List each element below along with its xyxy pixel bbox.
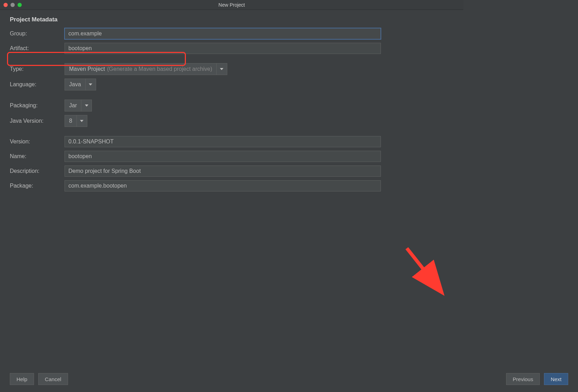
close-window-icon[interactable] bbox=[4, 3, 8, 7]
type-label: Type: bbox=[10, 66, 65, 72]
language-value: Java bbox=[69, 81, 81, 88]
section-heading: Project Metadata bbox=[10, 16, 453, 23]
description-label: Description: bbox=[10, 168, 65, 174]
version-input[interactable] bbox=[65, 136, 381, 147]
group-label: Group: bbox=[10, 31, 65, 37]
name-label: Name: bbox=[10, 153, 65, 160]
packaging-select[interactable]: Jar bbox=[65, 100, 92, 111]
window-title: New Project bbox=[219, 2, 245, 8]
packaging-label: Packaging: bbox=[10, 102, 65, 109]
language-select[interactable]: Java bbox=[65, 79, 96, 90]
type-select[interactable]: Maven Project (Generate a Maven based pr… bbox=[65, 63, 227, 75]
type-hint: (Generate a Maven based project archive) bbox=[107, 66, 212, 72]
minimize-window-icon[interactable] bbox=[11, 3, 15, 7]
titlebar: New Project bbox=[0, 0, 463, 10]
type-value: Maven Project bbox=[69, 66, 105, 72]
artifact-input[interactable] bbox=[65, 43, 381, 54]
package-input[interactable] bbox=[65, 180, 381, 191]
maximize-window-icon[interactable] bbox=[18, 3, 22, 7]
description-input[interactable] bbox=[65, 165, 381, 177]
name-input[interactable] bbox=[65, 151, 381, 162]
window-controls bbox=[0, 3, 22, 7]
java-version-value: 8 bbox=[69, 118, 72, 124]
dropdown-arrow-icon bbox=[76, 115, 87, 127]
dropdown-arrow-icon bbox=[216, 63, 227, 75]
java-version-select[interactable]: 8 bbox=[65, 115, 87, 127]
java-version-label: Java Version: bbox=[10, 118, 65, 124]
annotation-arrow-icon bbox=[400, 245, 456, 301]
artifact-label: Artifact: bbox=[10, 45, 65, 52]
language-label: Language: bbox=[10, 81, 65, 88]
packaging-value: Jar bbox=[69, 102, 77, 109]
package-label: Package: bbox=[10, 183, 65, 189]
group-input[interactable] bbox=[65, 28, 381, 39]
dropdown-arrow-icon bbox=[85, 79, 96, 90]
version-label: Version: bbox=[10, 138, 65, 145]
svg-line-1 bbox=[407, 248, 440, 290]
dropdown-arrow-icon bbox=[81, 100, 92, 111]
